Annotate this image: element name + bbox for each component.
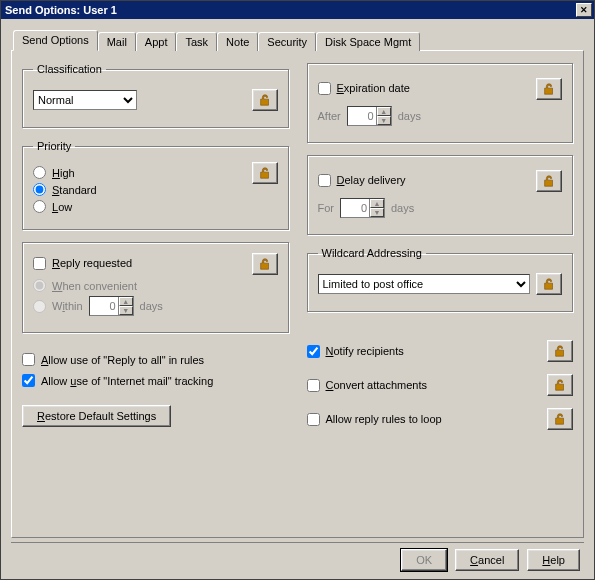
expiration-spinner: ▲ ▼ [347,106,392,126]
allow-reply-all-rules-checkbox[interactable] [22,353,35,366]
expiration-after-label: After [318,110,341,122]
tab-appt[interactable]: Appt [136,32,177,51]
notify-checkbox[interactable] [307,345,320,358]
expiration-option[interactable]: Expiration date [318,82,410,95]
loop-rules-label: Allow reply rules to loop [326,413,442,425]
lock-open-icon [553,412,567,426]
priority-low-label: Low [52,201,72,213]
group-legend-classification: Classification [33,63,106,75]
reply-within-label: Within [52,300,83,312]
group-reply: Reply requested When convenient [22,242,289,333]
expiration-checkbox[interactable] [318,82,331,95]
tab-send-options[interactable]: Send Options [13,30,98,51]
priority-high-label: High [52,167,75,179]
lock-button-loop-rules[interactable] [547,408,573,430]
loop-rules-option[interactable]: Allow reply rules to loop [307,413,442,426]
allow-internet-tracking-option[interactable]: Allow use of "Internet mail" tracking [22,374,213,387]
notify-label: Notify recipients [326,345,404,357]
priority-low-radio[interactable] [33,200,46,213]
lock-open-icon [258,166,272,180]
reply-requested-checkbox[interactable] [33,257,46,270]
lock-open-icon [258,93,272,107]
allow-reply-all-rules-option[interactable]: Allow use of "Reply to all" in rules [22,353,204,366]
wildcard-select[interactable]: Limited to post office [318,274,531,294]
lock-open-icon [542,277,556,291]
reply-within-option: Within [33,300,83,313]
lock-open-icon [542,174,556,188]
reply-when-convenient-option: When convenient [33,279,137,292]
lock-button-reply[interactable] [252,253,278,275]
group-delay: Delay delivery For [307,155,574,235]
titlebar: Send Options: User 1 ✕ [1,1,594,19]
priority-low-option[interactable]: Low [33,200,72,213]
tab-mail[interactable]: Mail [98,32,136,51]
help-button[interactable]: Help [527,549,580,571]
client-area: Send Options Mail Appt Task Note Securit… [1,19,594,579]
lock-button-notify[interactable] [547,340,573,362]
convert-option[interactable]: Convert attachments [307,379,428,392]
right-column: Expiration date After [307,63,574,436]
delay-checkbox[interactable] [318,174,331,187]
tab-note[interactable]: Note [217,32,258,51]
allow-internet-tracking-checkbox[interactable] [22,374,35,387]
lock-button-classification[interactable] [252,89,278,111]
reply-within-spinner: ▲ ▼ [89,296,134,316]
lock-button-wildcard[interactable] [536,273,562,295]
help-label: Help [542,554,565,566]
reply-requested-label: Reply requested [52,257,132,269]
lock-button-priority[interactable] [252,162,278,184]
classification-select[interactable]: Normal [33,90,137,110]
delay-days-label: days [391,202,414,214]
group-legend-priority: Priority [33,140,75,152]
delay-option[interactable]: Delay delivery [318,174,406,187]
spin-up-icon: ▲ [377,107,391,116]
lock-open-icon [553,378,567,392]
reply-within-radio [33,300,46,313]
window-title: Send Options: User 1 [5,4,117,16]
tab-task[interactable]: Task [176,32,217,51]
dialog-button-row: OK Cancel Help [11,542,584,571]
delay-label: Delay delivery [337,174,406,186]
reply-when-convenient-radio [33,279,46,292]
priority-standard-radio[interactable] [33,183,46,196]
delay-value [341,199,369,217]
spin-down-icon: ▼ [377,116,391,125]
priority-high-option[interactable]: High [33,166,75,179]
loop-rules-checkbox[interactable] [307,413,320,426]
group-classification: Classification Normal [22,63,289,128]
left-column: Classification Normal Priority [22,63,289,436]
reply-when-convenient-label: When convenient [52,280,137,292]
tab-security[interactable]: Security [258,32,316,51]
close-button[interactable]: ✕ [576,3,592,17]
close-icon: ✕ [580,5,588,15]
tab-disk-space[interactable]: Disk Space Mgmt [316,32,420,51]
reply-requested-option[interactable]: Reply requested [33,257,132,270]
cancel-button[interactable]: Cancel [455,549,519,571]
priority-high-radio[interactable] [33,166,46,179]
restore-defaults-label: Restore Default Settings [37,410,156,422]
group-priority: Priority High [22,140,289,230]
ok-button: OK [401,549,447,571]
dialog-window: Send Options: User 1 ✕ Send Options Mail… [0,0,595,580]
lock-open-icon [258,257,272,271]
spin-down-icon: ▼ [119,306,133,315]
lock-button-expiration[interactable] [536,78,562,100]
reply-within-days-label: days [140,300,163,312]
lock-button-delay[interactable] [536,170,562,192]
lock-open-icon [542,82,556,96]
notify-option[interactable]: Notify recipients [307,345,404,358]
spin-up-icon: ▲ [119,297,133,306]
group-expiration: Expiration date After [307,63,574,143]
expiration-value [348,107,376,125]
cancel-label: Cancel [470,554,504,566]
ok-label: OK [416,554,432,566]
tab-panel-send-options: Classification Normal Priority [11,50,584,538]
priority-standard-option[interactable]: Standard [33,183,97,196]
delay-for-label: For [318,202,335,214]
convert-label: Convert attachments [326,379,428,391]
reply-within-value [90,297,118,315]
allow-internet-tracking-label: Allow use of "Internet mail" tracking [41,375,213,387]
lock-button-convert[interactable] [547,374,573,396]
convert-checkbox[interactable] [307,379,320,392]
restore-defaults-button[interactable]: Restore Default Settings [22,405,171,427]
